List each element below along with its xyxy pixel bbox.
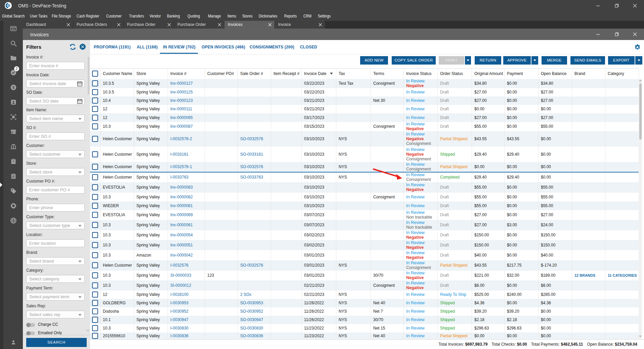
svg-text:?: ? [12,160,14,163]
svg-text:$: $ [12,85,15,89]
